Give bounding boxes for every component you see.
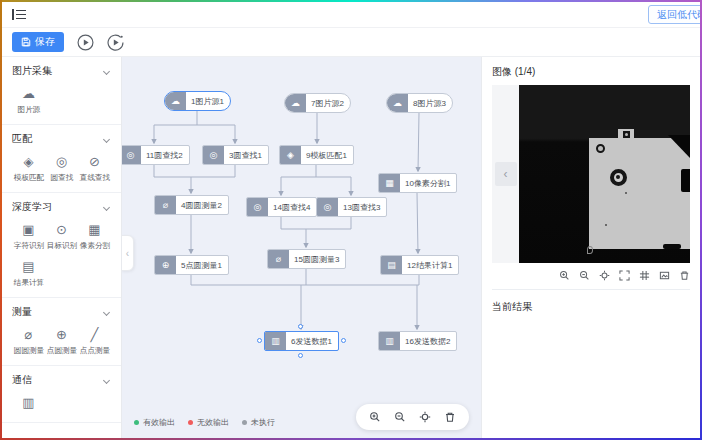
image-zoom-in-button[interactable] (559, 270, 570, 281)
legend-item: 未执行 (242, 417, 275, 428)
node-label: 9模板匹配1 (301, 150, 353, 161)
flow-node-15[interactable]: ⌀15圆圆测量3 (267, 249, 346, 269)
module-item-target-recognition[interactable]: ⊙目标识别 (45, 223, 78, 251)
flow-node-5[interactable]: ⊕5点圆测量1 (154, 255, 229, 275)
flow-node-11[interactable]: ◎11圆查找2 (122, 145, 190, 165)
result-calc-icon: ▤ (22, 260, 34, 274)
module-item-label: 模板匹配 (13, 172, 43, 182)
flow-node-1[interactable]: ☁1图片源1 (164, 91, 231, 111)
node-label: 5点圆测量1 (176, 260, 228, 271)
module-item-image-source[interactable]: ☁图片源 (12, 87, 45, 115)
sidebar-section-header[interactable]: 匹配 (12, 132, 111, 146)
module-item-circle-circle-measure[interactable]: ⌀圆圆测量 (12, 328, 45, 356)
image-delete-button[interactable] (679, 270, 690, 281)
zoom-out-icon (394, 411, 406, 423)
inspection-image[interactable] (519, 85, 690, 263)
sidebar-section-header[interactable]: 测量 (12, 305, 111, 319)
canvas-zoom-in-button[interactable] (369, 411, 381, 423)
module-item-pixel-segmentation[interactable]: ▦像素分割 (78, 223, 111, 251)
trash-icon (679, 270, 690, 281)
grid-icon (639, 270, 650, 281)
image-toolbar (492, 270, 690, 281)
sidebar-section-header[interactable]: 通信 (12, 373, 111, 387)
module-item-line-find[interactable]: ⊘直线查找 (78, 155, 111, 183)
canvas-zoom-out-button[interactable] (394, 411, 406, 423)
sidebar-collapse-handle[interactable]: ‹ (122, 235, 134, 271)
flow-edge (417, 193, 418, 253)
flow-node-10[interactable]: ▦10像素分割1 (378, 173, 457, 193)
prev-image-button[interactable]: ‹ (495, 162, 517, 186)
module-item-label: 圆查找 (50, 172, 73, 182)
menu-icon[interactable] (12, 9, 26, 20)
canvas-clear-button[interactable] (444, 411, 456, 423)
module-item-point-point-measure[interactable]: ╱点点测量 (78, 328, 111, 356)
flow-edge (281, 217, 351, 229)
node-label: 10像素分割1 (400, 178, 456, 189)
sidebar-section: 图片采集☁图片源 (2, 57, 121, 125)
save-button-label: 保存 (35, 35, 55, 49)
circle-circle-measure-icon: ⌀ (25, 328, 33, 342)
flow-node-6[interactable]: ▥6发送数据1 (264, 331, 339, 351)
run-once-icon (107, 34, 124, 51)
module-item-template-match[interactable]: ◈模板匹配 (12, 155, 45, 183)
module-item-char-recognition[interactable]: ▣字符识别 (12, 223, 45, 251)
image-zoom-out-button[interactable] (579, 270, 590, 281)
flow-edge (316, 177, 351, 195)
fit-image-icon (659, 270, 670, 281)
char-recognition-icon: ▣ (22, 223, 34, 237)
canvas-zoom-toolbar (356, 404, 469, 430)
legend-item: 无效输出 (188, 417, 229, 428)
flow-node-3[interactable]: ◎3圆查找1 (202, 145, 269, 165)
connection-handle[interactable] (341, 338, 346, 343)
plate-speck (625, 192, 627, 194)
save-button[interactable]: 保存 (12, 32, 64, 52)
module-item-label: 目标识别 (46, 240, 76, 250)
flow-node-14[interactable]: ◎14圆查找4 (246, 197, 317, 217)
module-item-result-calc[interactable]: ▤结果计算 (12, 260, 45, 288)
node-label: 8图片源3 (408, 98, 452, 109)
panel-divider (492, 289, 690, 290)
sidebar-section-header[interactable]: 图片采集 (12, 64, 111, 78)
module-item-send-data[interactable]: ▥ (12, 396, 45, 413)
image-locate-button[interactable] (599, 270, 610, 281)
flow-node-12[interactable]: ▤12结果计算1 (380, 255, 459, 275)
module-item-label: 像素分割 (79, 240, 109, 250)
fullscreen-icon (619, 270, 630, 281)
back-to-lowcode-button[interactable]: 返回低代码 (648, 5, 700, 24)
module-item-label: 直线查找 (79, 172, 109, 182)
node-label: 16发送数据2 (400, 336, 456, 347)
module-item-point-circle-measure[interactable]: ⊕点圆测量 (45, 328, 78, 356)
result-calc-icon: ▤ (381, 256, 402, 274)
module-item-circle-find[interactable]: ◎圆查找 (45, 155, 78, 183)
image-source-icon: ☁ (285, 94, 306, 112)
flow-node-8[interactable]: ☁8图片源3 (386, 93, 453, 113)
module-item-label: 字符识别 (13, 240, 43, 250)
result-panel: 图像 (1/4) ‹ (481, 57, 700, 438)
image-panel-title: 图像 (1/4) (492, 65, 690, 79)
flow-node-9[interactable]: ◈9模板匹配1 (279, 145, 354, 165)
chevron-down-icon (103, 203, 110, 210)
module-item-label: 图片源 (17, 104, 40, 114)
flow-node-16[interactable]: ▥16发送数据2 (378, 331, 457, 351)
pixel-segmentation-icon: ▦ (379, 174, 400, 192)
flow-node-7[interactable]: ☁7图片源2 (284, 93, 351, 113)
module-item-label: 圆圆测量 (13, 345, 43, 355)
image-fullscreen-button[interactable] (619, 270, 630, 281)
connection-handle[interactable] (257, 338, 262, 343)
node-label: 11圆查找2 (141, 150, 189, 161)
run-button[interactable] (76, 33, 94, 51)
chevron-down-icon (103, 67, 110, 74)
sidebar-section-items: ⌀圆圆测量⊕点圆测量╱点点测量 (12, 328, 111, 356)
run-once-button[interactable] (106, 33, 124, 51)
sidebar-section-header[interactable]: 深度学习 (12, 200, 111, 214)
flow-canvas[interactable]: ☁1图片源1☁7图片源2☁8图片源3◎11圆查找2◎3圆查找1◈9模板匹配1▦1… (122, 57, 481, 438)
locate-icon (599, 270, 610, 281)
flow-node-13[interactable]: ◎13圆查找3 (316, 197, 387, 217)
image-fit-button[interactable] (659, 270, 670, 281)
canvas-locate-button[interactable] (419, 411, 431, 423)
node-label: 12结果计算1 (402, 260, 458, 271)
image-grid-button[interactable] (639, 270, 650, 281)
plate-speck (605, 224, 607, 226)
sidebar-section-items: ☁图片源 (12, 87, 111, 115)
flow-node-4[interactable]: ⌀4圆圆测量2 (154, 195, 229, 215)
